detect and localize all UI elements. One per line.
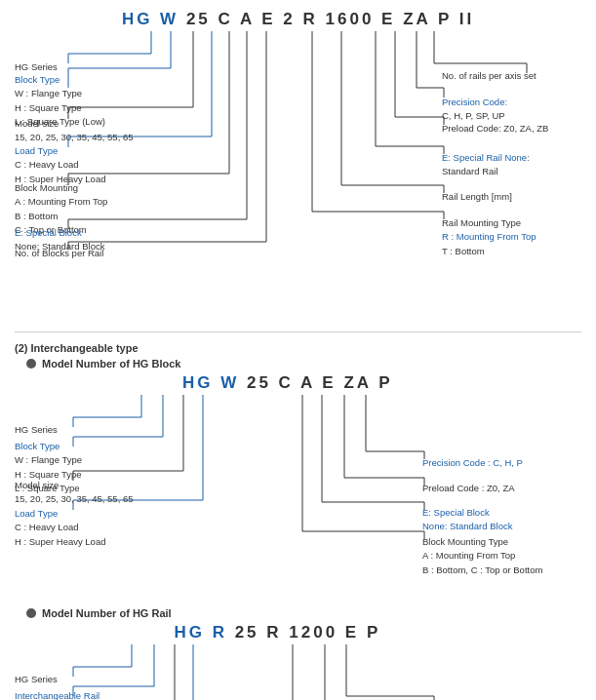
divider1 bbox=[15, 331, 581, 332]
s1-rail-length: Rail Length [mm] bbox=[442, 191, 512, 202]
section2-block-diagram: HG W 25 C A E ZA P bbox=[15, 373, 581, 598]
s2-special-block: E: Special Block None: Standard Block bbox=[422, 506, 512, 534]
s3-hg-series: HG Series bbox=[15, 674, 58, 684]
s1-rails-per-axis: No. of rails per axis set bbox=[442, 70, 536, 81]
s1-model-size: Model size 15, 20, 25, 30, 35, 45, 55, 6… bbox=[15, 117, 134, 145]
page-container: HG W 25 C A E 2 R 1600 E ZA P II bbox=[15, 10, 581, 700]
s2-block-mounting: Block Mounting Type A : Mounting From To… bbox=[422, 535, 542, 577]
bullet-icon-2 bbox=[26, 608, 36, 618]
s2-preload-code: Preload Code : Z0, ZA bbox=[422, 483, 515, 493]
s1-blocks-per-rail: No. of Blocks per Rail bbox=[15, 248, 103, 258]
s2-precision-code: Precision Code : C, H, P bbox=[422, 456, 523, 470]
s1-load-type: Load Type C : Heavy Load H : Super Heavy… bbox=[15, 144, 105, 186]
section3-sub-row: Model Number of HG Rail bbox=[26, 607, 581, 619]
section2-header: (2) Interchangeable type bbox=[15, 342, 581, 354]
s1-special-rail: E: Special Rail None: Standard Rail bbox=[442, 151, 530, 179]
s2-hg-series: HG Series bbox=[15, 424, 58, 435]
s1-preload-code: Preload Code: Z0, ZA, ZB bbox=[442, 123, 548, 134]
s2-load-type: Load Type C : Heavy Load H : Super Heavy… bbox=[15, 507, 105, 549]
section2-sub1-row: Model Number of HG Block bbox=[26, 358, 581, 369]
s2-model-size: Model size 15, 20, 25, 30, 35, 45, 55, 6… bbox=[15, 479, 134, 507]
s1-precision-code: Precision Code: C, H, P, SP, UP bbox=[442, 96, 507, 124]
section3-rail-diagram: HG R 25 R 1200 E P bbox=[15, 623, 581, 700]
bullet-icon-1 bbox=[26, 359, 36, 369]
s3-interchangeable-rail: Interchangeable Rail bbox=[15, 689, 99, 700]
s1-rail-mounting: Rail Mounting Type R : Mounting From Top… bbox=[442, 216, 536, 258]
section3-sub-label: Model Number of HG Rail bbox=[42, 607, 172, 619]
section1: HG W 25 C A E 2 R 1600 E ZA P II bbox=[15, 10, 581, 312]
section2-sub1-label: Model Number of HG Block bbox=[42, 358, 180, 369]
